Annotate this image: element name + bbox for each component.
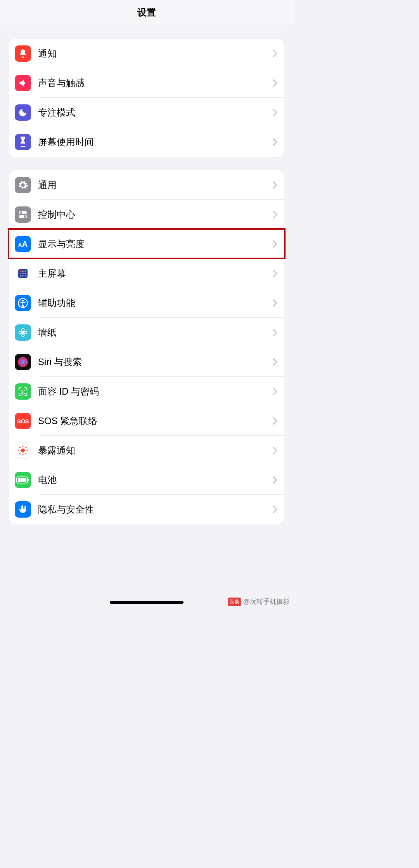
watermark-badge: 头条 (228, 598, 241, 606)
svg-point-27 (22, 454, 23, 455)
svg-point-13 (24, 275, 26, 276)
svg-point-15 (22, 300, 24, 301)
exposure-icon (15, 442, 31, 459)
row-label: 墙纸 (38, 326, 271, 339)
settings-content: 通知声音与触感专注模式屏幕使用时间通用控制中心AA显示与亮度主屏幕辅助功能墙纸S… (0, 39, 293, 544)
row-label: 通用 (38, 179, 271, 191)
svg-rect-35 (18, 478, 26, 482)
hourglass-icon (15, 134, 31, 150)
settings-row-display[interactable]: AA显示与亮度 (9, 229, 284, 259)
settings-row-notifications[interactable]: 通知 (9, 39, 284, 68)
chevron-right-icon (270, 79, 277, 87)
svg-point-32 (19, 453, 21, 454)
accessibility-icon (15, 295, 31, 311)
svg-point-24 (24, 390, 25, 391)
svg-point-10 (24, 273, 26, 274)
row-label: 专注模式 (38, 106, 271, 119)
sos-icon: SOS (15, 413, 31, 429)
battery-icon (15, 472, 31, 488)
svg-point-20 (24, 331, 27, 334)
chevron-right-icon (270, 447, 277, 454)
svg-point-7 (24, 270, 26, 272)
siri-icon (15, 354, 31, 370)
flower-icon (15, 324, 31, 341)
chevron-right-icon (270, 388, 277, 395)
settings-row-home-screen[interactable]: 主屏幕 (9, 259, 284, 288)
gear-icon (15, 177, 31, 193)
svg-point-25 (21, 449, 25, 452)
settings-row-control-center[interactable]: 控制中心 (9, 200, 284, 229)
svg-point-16 (22, 332, 24, 334)
row-label: 电池 (38, 474, 271, 486)
svg-point-5 (20, 270, 21, 272)
watermark: 头条 @玩转手机摄影 (228, 597, 289, 606)
row-label: 暴露通知 (38, 444, 271, 457)
svg-rect-36 (28, 479, 29, 481)
svg-point-26 (22, 445, 23, 447)
settings-row-faceid[interactable]: 面容 ID 与密码 (9, 377, 284, 406)
row-label: 通知 (38, 47, 271, 60)
page-title: 设置 (137, 6, 156, 19)
faceid-icon (15, 383, 31, 400)
settings-row-siri[interactable]: Siri 与搜索 (9, 347, 284, 377)
chevron-right-icon (270, 138, 277, 146)
switches-icon (15, 206, 31, 223)
settings-row-privacy[interactable]: 隐私与安全性 (9, 495, 284, 524)
chevron-right-icon (270, 506, 277, 513)
chevron-right-icon (270, 109, 277, 116)
row-label: Siri 与搜索 (38, 356, 271, 368)
svg-point-3 (24, 215, 26, 218)
settings-row-screen-time[interactable]: 屏幕使用时间 (9, 127, 284, 157)
svg-point-33 (25, 453, 26, 454)
bell-icon (15, 45, 31, 62)
chevron-right-icon (270, 240, 277, 248)
header: 设置 (0, 0, 293, 25)
settings-row-sounds[interactable]: 声音与触感 (9, 68, 284, 98)
row-label: 面容 ID 与密码 (38, 385, 271, 398)
textsize-icon: AA (15, 236, 31, 252)
watermark-text: @玩转手机摄影 (243, 597, 289, 606)
settings-group: 通知声音与触感专注模式屏幕使用时间 (9, 39, 284, 157)
settings-row-focus[interactable]: 专注模式 (9, 98, 284, 127)
row-label: 屏幕使用时间 (38, 136, 271, 148)
chevron-right-icon (270, 181, 277, 189)
row-label: 控制中心 (38, 208, 271, 221)
row-label: 辅助功能 (38, 297, 271, 309)
svg-point-22 (18, 357, 28, 367)
chevron-right-icon (270, 270, 277, 277)
svg-point-8 (20, 273, 21, 274)
svg-point-9 (22, 273, 23, 274)
speaker-icon (15, 75, 31, 91)
settings-group: 通用控制中心AA显示与亮度主屏幕辅助功能墙纸Siri 与搜索面容 ID 与密码S… (9, 170, 284, 524)
moon-icon (15, 104, 31, 121)
svg-point-29 (26, 450, 28, 451)
row-label: 声音与触感 (38, 77, 271, 89)
svg-point-28 (18, 450, 19, 451)
settings-row-accessibility[interactable]: 辅助功能 (9, 288, 284, 318)
settings-row-general[interactable]: 通用 (9, 170, 284, 200)
row-label: SOS 紧急联络 (38, 415, 271, 427)
row-label: 主屏幕 (38, 267, 271, 280)
svg-point-23 (21, 390, 22, 391)
chevron-right-icon (270, 417, 277, 425)
chevron-right-icon (270, 299, 277, 307)
svg-point-19 (19, 331, 22, 334)
row-label: 隐私与安全性 (38, 503, 271, 516)
hand-icon (15, 501, 31, 518)
settings-row-wallpaper[interactable]: 墙纸 (9, 318, 284, 347)
svg-point-11 (20, 275, 21, 276)
chevron-right-icon (270, 476, 277, 484)
settings-row-exposure[interactable]: 暴露通知 (9, 436, 284, 465)
chevron-right-icon (270, 50, 277, 57)
svg-point-12 (22, 275, 23, 276)
appgrid-icon (15, 265, 31, 282)
svg-point-1 (20, 211, 22, 214)
chevron-right-icon (270, 329, 277, 336)
svg-point-6 (22, 270, 23, 272)
chevron-right-icon (270, 358, 277, 366)
home-indicator[interactable] (110, 601, 184, 604)
row-label: 显示与亮度 (38, 238, 271, 250)
settings-row-sos[interactable]: SOSSOS 紧急联络 (9, 406, 284, 436)
svg-point-31 (25, 447, 26, 448)
settings-row-battery[interactable]: 电池 (9, 465, 284, 495)
